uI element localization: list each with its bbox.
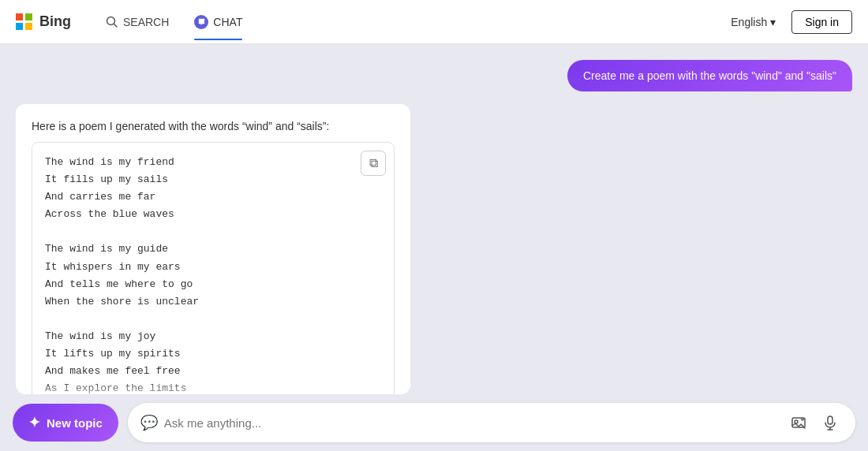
nav-chat-label: CHAT: [213, 16, 242, 28]
chevron-down-icon: ▾: [770, 16, 776, 28]
main-content: Create me a poem with the words "wind" a…: [0, 44, 868, 394]
ai-response-card: Here is a poem I generated with the word…: [16, 104, 410, 394]
input-actions: [786, 410, 843, 435]
user-message-area: Create me a poem with the words "wind" a…: [16, 60, 852, 91]
nav-area: SEARCH CHAT: [95, 10, 724, 34]
svg-line-1: [114, 24, 118, 27]
language-button[interactable]: English ▾: [724, 13, 782, 32]
nav-search-label: SEARCH: [123, 16, 169, 28]
search-nav-icon: [106, 16, 118, 28]
nav-chat[interactable]: CHAT: [183, 10, 253, 34]
microphone-button[interactable]: [817, 410, 843, 435]
poem-fade-overlay: [32, 378, 394, 394]
chat-nav-icon: [194, 15, 208, 29]
chat-input[interactable]: [164, 416, 786, 430]
ms-logo-blue: [16, 23, 23, 30]
microsoft-logo: [16, 13, 33, 31]
spark-icon: ✦: [28, 414, 40, 431]
input-bar: 💬: [128, 403, 855, 442]
header-right: English ▾ Sign in: [724, 10, 852, 34]
chat-bubble-icon: 💬: [140, 414, 158, 431]
new-topic-button[interactable]: ✦ New topic: [13, 404, 118, 442]
new-topic-label: New topic: [47, 416, 103, 430]
image-search-icon: [791, 415, 806, 430]
nav-search[interactable]: SEARCH: [95, 11, 180, 33]
sign-in-button[interactable]: Sign in: [791, 10, 852, 34]
language-label: English: [731, 16, 767, 28]
logo-area: Bing: [16, 13, 71, 31]
microphone-icon: [822, 415, 838, 430]
copy-icon: ⧉: [369, 156, 378, 170]
poem-text: The wind is my friend It fills up my sai…: [45, 154, 381, 394]
copy-button[interactable]: ⧉: [361, 151, 386, 176]
user-message-bubble: Create me a poem with the words "wind" a…: [567, 60, 852, 91]
bottom-bar: ✦ New topic 💬: [0, 394, 868, 451]
svg-rect-4: [828, 416, 832, 424]
bing-logo-text: Bing: [39, 13, 71, 30]
poem-box: ⧉ The wind is my friend It fills up my s…: [32, 142, 395, 394]
image-search-button[interactable]: [786, 410, 811, 435]
response-intro-text: Here is a poem I generated with the word…: [32, 120, 395, 132]
ms-logo-yellow: [25, 23, 32, 30]
ms-logo-green: [25, 13, 32, 20]
ms-logo-red: [16, 13, 23, 20]
user-message-text: Create me a poem with the words "wind" a…: [583, 69, 836, 82]
header: Bing SEARCH CHAT English ▾ Sign in: [0, 0, 868, 44]
